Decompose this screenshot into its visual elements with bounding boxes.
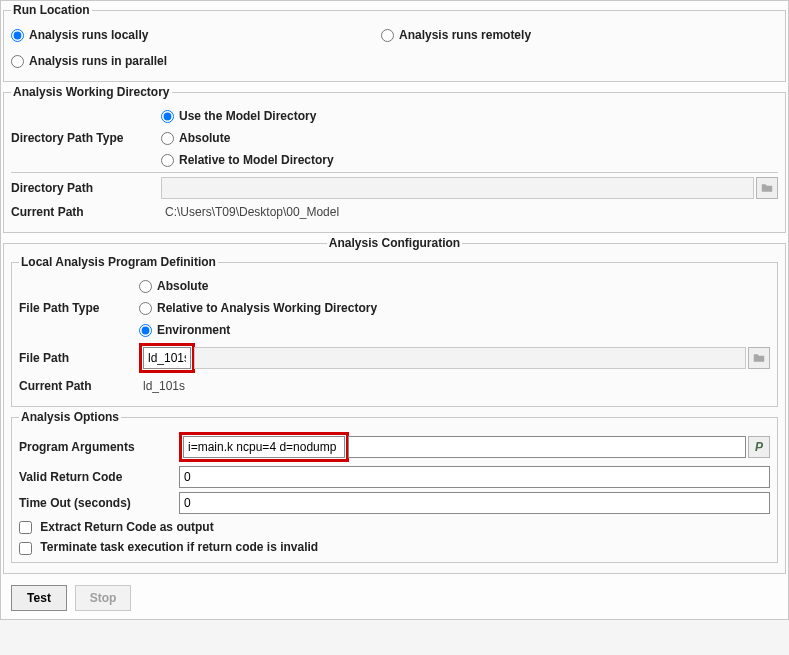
label-fp-relative[interactable]: Relative to Analysis Working Directory bbox=[157, 301, 377, 315]
file-path-input[interactable] bbox=[143, 347, 191, 369]
file-path-input-ext bbox=[194, 347, 746, 369]
label-fp-environment[interactable]: Environment bbox=[157, 323, 230, 337]
highlight-file-path bbox=[139, 343, 195, 373]
current-path-value: C:\Users\T09\Desktop\00_Model bbox=[161, 205, 339, 219]
radio-fp-absolute[interactable] bbox=[139, 280, 152, 293]
program-def-group: Local Analysis Program Definition Absolu… bbox=[11, 255, 778, 407]
file-path-label: File Path bbox=[19, 351, 139, 365]
prog-args-help-button[interactable]: P bbox=[748, 436, 770, 458]
help-icon: P bbox=[755, 440, 763, 454]
prog-args-label: Program Arguments bbox=[19, 440, 179, 454]
timeout-label: Time Out (seconds) bbox=[19, 496, 179, 510]
folder-icon bbox=[753, 352, 765, 364]
prog-current-path-label: Current Path bbox=[19, 379, 139, 393]
label-extract-rc[interactable]: Extract Return Code as output bbox=[40, 520, 213, 534]
browse-file-button[interactable] bbox=[748, 347, 770, 369]
folder-icon bbox=[761, 182, 773, 194]
valid-rc-label: Valid Return Code bbox=[19, 470, 179, 484]
prog-args-input-highlight[interactable] bbox=[183, 436, 345, 458]
radio-fp-relative[interactable] bbox=[139, 302, 152, 315]
current-path-label: Current Path bbox=[11, 205, 161, 219]
radio-runs-remotely[interactable] bbox=[381, 29, 394, 42]
dir-path-input bbox=[161, 177, 754, 199]
analysis-config-group: Analysis Configuration Local Analysis Pr… bbox=[3, 236, 786, 574]
checkbox-extract-rc[interactable] bbox=[19, 521, 32, 534]
run-location-group: Run Location Analysis runs locally Analy… bbox=[3, 3, 786, 82]
working-directory-group: Analysis Working Directory Directory Pat… bbox=[3, 85, 786, 233]
browse-dir-button[interactable] bbox=[756, 177, 778, 199]
label-runs-remotely[interactable]: Analysis runs remotely bbox=[399, 28, 531, 42]
dir-path-label: Directory Path bbox=[11, 181, 161, 195]
label-fp-absolute[interactable]: Absolute bbox=[157, 279, 208, 293]
working-directory-legend: Analysis Working Directory bbox=[11, 85, 172, 99]
radio-runs-locally[interactable] bbox=[11, 29, 24, 42]
checkbox-terminate[interactable] bbox=[19, 542, 32, 555]
label-use-model-dir[interactable]: Use the Model Directory bbox=[179, 109, 316, 123]
test-button[interactable]: Test bbox=[11, 585, 67, 611]
label-absolute-dir[interactable]: Absolute bbox=[179, 131, 230, 145]
prog-args-input[interactable] bbox=[348, 436, 746, 458]
analysis-options-legend: Analysis Options bbox=[19, 410, 121, 424]
timeout-input[interactable] bbox=[179, 492, 770, 514]
button-bar: Test Stop bbox=[3, 577, 786, 619]
label-terminate[interactable]: Terminate task execution if return code … bbox=[40, 540, 318, 554]
program-def-legend: Local Analysis Program Definition bbox=[19, 255, 218, 269]
label-relative-dir[interactable]: Relative to Model Directory bbox=[179, 153, 334, 167]
stop-button: Stop bbox=[75, 585, 131, 611]
radio-use-model-dir[interactable] bbox=[161, 110, 174, 123]
radio-absolute-dir[interactable] bbox=[161, 132, 174, 145]
dir-path-type-label: Directory Path Type bbox=[11, 131, 161, 145]
analysis-config-legend: Analysis Configuration bbox=[327, 236, 462, 250]
label-runs-locally[interactable]: Analysis runs locally bbox=[29, 28, 148, 42]
radio-fp-environment[interactable] bbox=[139, 324, 152, 337]
analysis-options-group: Analysis Options Program Arguments P Val… bbox=[11, 410, 778, 563]
label-runs-parallel[interactable]: Analysis runs in parallel bbox=[29, 54, 167, 68]
highlight-prog-args bbox=[179, 432, 349, 462]
radio-runs-parallel[interactable] bbox=[11, 55, 24, 68]
prog-current-path-value: ld_101s bbox=[139, 379, 185, 393]
file-path-type-label: File Path Type bbox=[19, 301, 139, 315]
run-location-legend: Run Location bbox=[11, 3, 92, 17]
radio-relative-dir[interactable] bbox=[161, 154, 174, 167]
valid-rc-input[interactable] bbox=[179, 466, 770, 488]
